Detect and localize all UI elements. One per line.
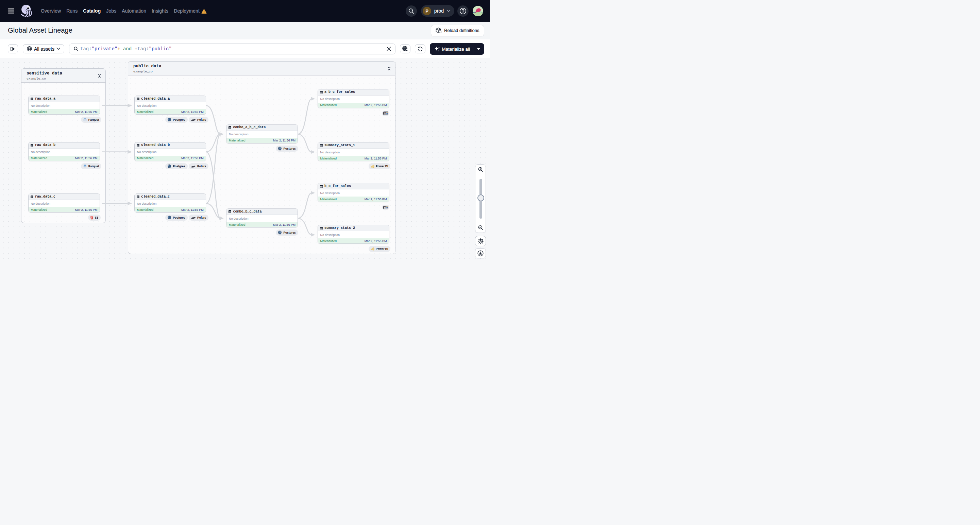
svg-text:CSV: CSV (383, 112, 388, 114)
svg-text:CSV: CSV (383, 206, 388, 208)
